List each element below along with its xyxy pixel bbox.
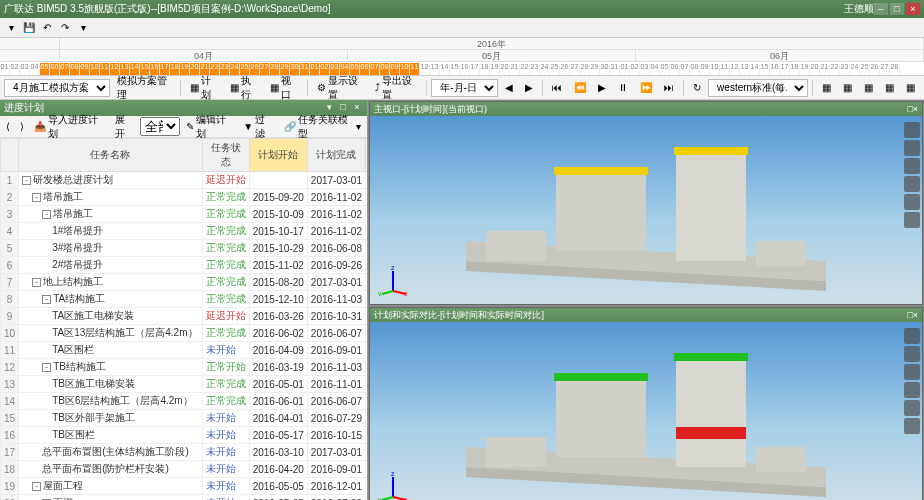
timeline-day[interactable]: 24 xyxy=(540,63,550,75)
timeline-day[interactable]: 15 xyxy=(760,63,770,75)
timeline-day[interactable]: 13 xyxy=(430,63,440,75)
timeline-day[interactable]: 27 xyxy=(880,63,890,75)
view-button[interactable]: ▦ 视口 xyxy=(265,79,303,97)
timeline-day[interactable]: 29 xyxy=(590,63,600,75)
vp2-tool-fit-icon[interactable] xyxy=(904,418,920,434)
tree-toggle-icon[interactable]: - xyxy=(42,210,51,219)
timeline-day[interactable]: 04 xyxy=(650,63,660,75)
timeline-day[interactable]: 12 xyxy=(730,63,740,75)
qat-menu-icon[interactable]: ▾ xyxy=(4,21,18,35)
col-header[interactable] xyxy=(1,139,19,172)
scheme-select[interactable]: 4月施工模拟方案 xyxy=(4,79,110,97)
table-row[interactable]: 1-研发楼总进度计划延迟开始2017-03-01560d2015-08-2029… xyxy=(1,172,368,189)
vp-tool-pan-icon[interactable] xyxy=(904,158,920,174)
timeline-day[interactable]: 31 xyxy=(610,63,620,75)
timeline-day[interactable]: 11 xyxy=(720,63,730,75)
loop-icon[interactable]: ↻ xyxy=(688,79,706,97)
qat-undo-icon[interactable]: ↶ xyxy=(40,21,54,35)
table-row[interactable]: 17总平面布置图(主体结构施工阶段)未开始2016-03-102017-03-0… xyxy=(1,444,368,461)
minimize-button[interactable]: – xyxy=(874,3,888,15)
timeline-day[interactable]: 26 xyxy=(870,63,880,75)
step-back-icon[interactable]: ⏪ xyxy=(569,79,591,97)
filter-all-select[interactable]: 全部 xyxy=(140,117,180,136)
timeline-day[interactable]: 14 xyxy=(750,63,760,75)
timeline-day[interactable]: 17 xyxy=(780,63,790,75)
zoom-select[interactable]: western标准(每...) xyxy=(708,79,808,97)
timeline-day[interactable]: 28 xyxy=(270,63,280,75)
timeline-day[interactable]: 20 xyxy=(190,63,200,75)
timeline-day[interactable]: 23 xyxy=(220,63,230,75)
timeline-day[interactable]: 06 xyxy=(50,63,60,75)
timeline-day[interactable]: 27 xyxy=(260,63,270,75)
table-row[interactable]: 41#塔吊提升正常完成2015-10-172016-11-02383d2015-… xyxy=(1,223,368,240)
timeline-day[interactable]: 02 xyxy=(10,63,20,75)
timeline-day[interactable]: 08 xyxy=(690,63,700,75)
viewport-bottom[interactable]: 计划和实际对比-[计划时间和实际时间对比] □× zxy xyxy=(369,307,923,500)
timeline-day[interactable]: 28 xyxy=(580,63,590,75)
vp2-tool-select-icon[interactable] xyxy=(904,346,920,362)
vp2-tool-pan-icon[interactable] xyxy=(904,364,920,380)
extra1-icon[interactable]: ▦ xyxy=(817,79,836,97)
timeline-day[interactable]: 11 xyxy=(100,63,110,75)
timeline-day[interactable]: 07 xyxy=(60,63,70,75)
timeline-day[interactable]: 19 xyxy=(800,63,810,75)
timeline-day[interactable]: 18 xyxy=(480,63,490,75)
timeline-day[interactable]: 07 xyxy=(370,63,380,75)
vp2-tool-home-icon[interactable] xyxy=(904,328,920,344)
timeline-day[interactable]: 24 xyxy=(850,63,860,75)
qat-save-icon[interactable]: 💾 xyxy=(22,21,36,35)
timeline-day[interactable]: 09 xyxy=(80,63,90,75)
pause-icon[interactable]: ⏸ xyxy=(613,79,633,97)
table-row[interactable]: 19-屋面工程未开始2016-05-052016-12-01211d0d xyxy=(1,478,368,495)
table-row[interactable]: 16TB区围栏未开始2016-05-172016-10-15152d0d xyxy=(1,427,368,444)
timeline-day[interactable]: 02 xyxy=(630,63,640,75)
timeline-day[interactable]: 10 xyxy=(90,63,100,75)
export-settings-button[interactable]: ⤴ 导出设置 xyxy=(370,79,422,97)
vp2-tool-rotate-icon[interactable] xyxy=(904,382,920,398)
timeline-day[interactable]: 18 xyxy=(790,63,800,75)
table-row[interactable]: 53#塔吊提升正常完成2015-10-292016-06-08224d2015-… xyxy=(1,240,368,257)
rewind-icon[interactable]: ⏮ xyxy=(547,79,567,97)
table-row[interactable]: 15TB区外部手架施工未开始2016-04-012016-07-29120d0d xyxy=(1,410,368,427)
tree-toggle-icon[interactable]: - xyxy=(42,363,51,372)
timeline-day[interactable]: 18 xyxy=(170,63,180,75)
table-row[interactable]: 62#塔吊提升正常完成2015-11-022016-09-26330d2015-… xyxy=(1,257,368,274)
table-row[interactable]: 14TB区6层结构施工（层高4.2m）正常完成2016-06-012016-06… xyxy=(1,393,368,410)
timeline-day[interactable]: 24 xyxy=(230,63,240,75)
table-row[interactable]: 9TA区施工电梯安装延迟开始2016-03-262016-10-31220d20… xyxy=(1,308,368,325)
vp2-tool-zoom-icon[interactable] xyxy=(904,400,920,416)
timeline-day[interactable]: 12 xyxy=(420,63,430,75)
date-next-icon[interactable]: ▶ xyxy=(520,79,538,97)
timeline-day[interactable]: 27 xyxy=(570,63,580,75)
axis-gizmo-top[interactable]: zxy xyxy=(378,266,408,296)
date-format-select[interactable]: 年-月-日 xyxy=(431,79,498,97)
plan-button[interactable]: ▦ 计划 xyxy=(185,79,223,97)
table-row[interactable]: 13TB区施工电梯安装正常完成2016-05-012016-11-01185d2… xyxy=(1,376,368,393)
close-button[interactable]: × xyxy=(906,3,920,15)
extra3-icon[interactable]: ▦ xyxy=(859,79,878,97)
timeline-day[interactable]: 15 xyxy=(450,63,460,75)
expand-button[interactable]: 展开 xyxy=(111,113,138,141)
timeline-day[interactable]: 06 xyxy=(670,63,680,75)
tree-toggle-icon[interactable]: - xyxy=(42,295,51,304)
vp-bot-close-icon[interactable]: × xyxy=(913,310,918,320)
tree-toggle-icon[interactable]: - xyxy=(32,193,41,202)
nav-fwd-icon[interactable]: ⟩ xyxy=(16,121,28,132)
extra5-icon[interactable]: ▦ xyxy=(901,79,920,97)
vp-top-close-icon[interactable]: × xyxy=(913,104,918,114)
timeline-day[interactable]: 10 xyxy=(710,63,720,75)
filter-button[interactable]: ▼ 过滤 xyxy=(239,113,277,141)
vp-tool-select-icon[interactable] xyxy=(904,140,920,156)
col-header[interactable]: 任务名称 xyxy=(19,139,203,172)
timeline-day[interactable]: 25 xyxy=(550,63,560,75)
timeline-day[interactable]: 31 xyxy=(300,63,310,75)
axis-gizmo-bottom[interactable]: zxy xyxy=(378,472,408,500)
import-button[interactable]: 📥 导入进度计划 xyxy=(30,113,109,141)
table-row[interactable]: 10TA区13层结构施工（层高4.2m）正常完成2016-06-022016-0… xyxy=(1,325,368,342)
col-header[interactable]: 计划开始 xyxy=(249,139,307,172)
timeline-day[interactable]: 28 xyxy=(890,63,900,75)
vp-tool-fit-icon[interactable] xyxy=(904,212,920,228)
timeline-day[interactable]: 03 xyxy=(20,63,30,75)
table-row[interactable]: 18总平面布置图(防护栏杆安装)未开始2016-04-202016-09-011… xyxy=(1,461,368,478)
timeline-day[interactable]: 07 xyxy=(680,63,690,75)
